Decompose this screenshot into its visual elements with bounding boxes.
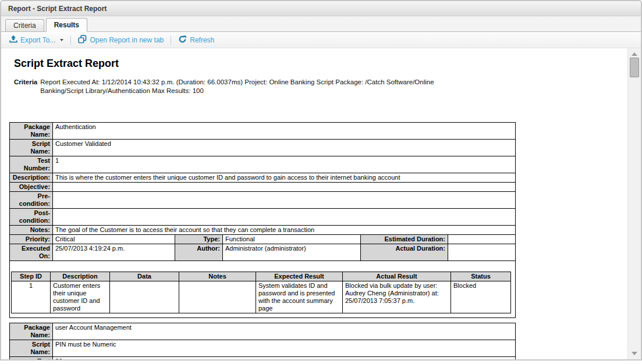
window-title: Report - Script Extract Report — [8, 5, 107, 13]
field-label: Test Number: — [10, 156, 53, 173]
field-value: The goal of the Customer is to access th… — [53, 226, 516, 235]
scrollbar-thumb[interactable] — [630, 58, 639, 77]
column-header: Status — [451, 272, 511, 281]
step-expected-result-cell: System validates ID and password and is … — [256, 281, 343, 313]
step-data-cell — [110, 281, 179, 313]
report-toolbar: Export To... Open Report in new tab Refr… — [1, 32, 641, 48]
column-header: Description — [51, 272, 110, 281]
field-label: Objective: — [10, 183, 53, 192]
field-label: Executed On: — [10, 244, 53, 261]
step-notes-cell — [179, 281, 256, 313]
window-titlebar: Report - Script Extract Report — [1, 1, 641, 16]
table-row: Pre-condition: — [10, 192, 516, 209]
table-row: Objective: — [10, 183, 516, 192]
refresh-icon — [178, 35, 187, 45]
field-label: Priority: — [10, 235, 53, 244]
tab-criteria[interactable]: Criteria — [5, 19, 44, 32]
step-status-cell: Blocked — [451, 281, 511, 313]
table-row: Post-condition: — [10, 209, 516, 226]
table-row: Executed On: 25/07/2013 4:19:24 p.m. Aut… — [10, 244, 516, 261]
field-value — [448, 235, 516, 244]
field-label: Estimated Duration: — [361, 235, 448, 244]
table-row: Script Name:PIN must be Numeric — [10, 340, 516, 357]
field-value — [448, 244, 516, 261]
criteria-summary: Criteria Report Executed At: 1/12/2014 1… — [14, 78, 620, 95]
toolbar-separator — [70, 35, 71, 45]
field-label: Script Name: — [10, 340, 53, 357]
steps-header-row: Step ID Description Data Notes Expected … — [12, 272, 511, 281]
field-value: 25/07/2013 4:19:24 p.m. — [53, 244, 175, 261]
step-actual-result-cell: Blocked via bulk update by user: Audrey … — [343, 281, 451, 313]
steps-wrapper-cell: Step ID Description Data Notes Expected … — [10, 261, 516, 318]
toolbar-separator — [171, 35, 171, 45]
field-label: Package Name: — [10, 123, 53, 140]
export-upload-icon — [9, 35, 17, 45]
table-row: Package Name:user Account Management — [10, 323, 516, 340]
table-row: Package Name:Authentication — [10, 123, 516, 140]
open-in-new-tab-icon — [78, 35, 87, 45]
field-value: Critical — [53, 235, 175, 244]
table-row: Test Number:1 — [10, 156, 516, 173]
field-value: user Account Management — [53, 323, 516, 340]
field-label: Package Name: — [10, 323, 53, 340]
table-row: Priority: Critical Type: Functional Esti… — [10, 235, 516, 244]
export-to-button[interactable]: Export To... — [7, 34, 66, 46]
column-header: Step ID — [12, 272, 51, 281]
field-label: Description: — [10, 173, 53, 183]
tab-results[interactable]: Results — [46, 18, 87, 32]
steps-data-row: 1 Customer enters their unique customer … — [12, 281, 511, 313]
field-label: Author: — [175, 244, 223, 261]
script-detail-table-1: Package Name:Authentication Script Name:… — [9, 122, 516, 318]
criteria-text: Report Executed At: 1/12/2014 10:43:32 p… — [40, 78, 439, 95]
field-value: Functional — [223, 235, 361, 244]
step-description-cell: Customer enters their unique customer ID… — [51, 281, 110, 313]
field-value: 36 — [53, 357, 516, 360]
scroll-down-arrow-icon[interactable] — [632, 352, 637, 355]
export-to-label: Export To... — [20, 36, 55, 44]
table-row: Step ID Description Data Notes Expected … — [10, 261, 516, 318]
table-row: Description:This is where the customer e… — [10, 173, 516, 183]
table-row: Notes:The goal of the Customer is to acc… — [10, 226, 516, 235]
tab-strip: Criteria Results — [1, 16, 641, 32]
field-label: Pre-condition: — [10, 192, 53, 209]
field-value: 1 — [53, 156, 516, 173]
column-header: Actual Result — [343, 272, 451, 281]
field-label: Notes: — [10, 226, 53, 235]
field-label: Script Name: — [10, 140, 53, 156]
open-report-new-tab-button[interactable]: Open Report in new tab — [76, 34, 166, 47]
field-value: Customer Validated — [53, 140, 516, 156]
steps-table: Step ID Description Data Notes Expected … — [11, 272, 511, 313]
scroll-up-arrow-icon[interactable] — [632, 52, 637, 56]
tab-results-label: Results — [54, 21, 79, 29]
field-label: Test Number: — [10, 357, 53, 360]
column-header: Expected Result — [256, 272, 343, 281]
field-label: Actual Duration: — [361, 244, 448, 261]
field-value — [53, 183, 516, 192]
vertical-scrollbar[interactable] — [627, 48, 641, 359]
step-id-cell: 1 — [12, 281, 51, 313]
report-window: Report - Script Extract Report Criteria … — [0, 0, 642, 361]
table-row: Script Name:Customer Validated — [10, 140, 516, 156]
column-header: Notes — [179, 272, 256, 281]
refresh-label: Refresh — [190, 36, 214, 44]
field-value: PIN must be Numeric — [53, 340, 516, 357]
tab-criteria-label: Criteria — [13, 22, 36, 30]
table-row: Test Number:36 — [10, 357, 516, 360]
field-value — [53, 192, 516, 209]
field-label: Post-condition: — [10, 209, 53, 226]
field-value — [53, 209, 516, 226]
field-label: Type: — [175, 235, 223, 244]
field-value: Authentication — [53, 123, 516, 140]
open-report-label: Open Report in new tab — [90, 36, 164, 44]
report-title: Script Extract Report — [14, 58, 620, 70]
criteria-label: Criteria — [14, 78, 37, 95]
report-content-pane: Script Extract Report Criteria Report Ex… — [1, 48, 641, 359]
script-detail-table-2: Package Name:user Account Management Scr… — [9, 323, 516, 359]
field-value: Administrator (administrator) — [223, 244, 361, 261]
dropdown-caret-icon — [60, 39, 63, 41]
column-header: Data — [110, 272, 179, 281]
field-value: This is where the customer enters their … — [53, 173, 516, 183]
refresh-button[interactable]: Refresh — [176, 34, 217, 47]
